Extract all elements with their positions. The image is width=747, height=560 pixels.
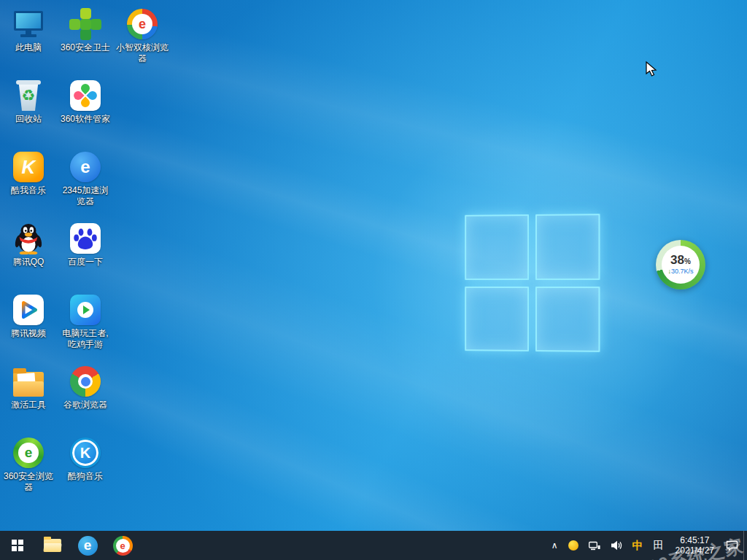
windows-logo-pane bbox=[535, 214, 600, 279]
tray-ime-keyboard[interactable]: 田 bbox=[649, 531, 669, 560]
tray-action-center[interactable] bbox=[721, 531, 743, 560]
blue-e-browser-icon: e bbox=[78, 536, 98, 556]
tray-ime-language[interactable]: 中 bbox=[627, 531, 649, 560]
tray-network[interactable] bbox=[584, 531, 605, 560]
icon-label: 2345加速浏览器 bbox=[58, 185, 113, 207]
icon-label: 回收站 bbox=[1, 114, 56, 125]
windows-logo-pane bbox=[535, 287, 600, 352]
icon-label: 此电脑 bbox=[1, 42, 56, 53]
desktop-icon-baidu[interactable]: 百度一下 bbox=[58, 220, 113, 268]
clock-date: 2021/4/27 bbox=[676, 545, 714, 556]
windows-start-icon bbox=[12, 540, 23, 551]
360-browser-taskbar-icon: e bbox=[113, 536, 133, 556]
icon-label: 360安全卫士 bbox=[58, 42, 113, 53]
icon-label: 360软件管家 bbox=[58, 114, 113, 125]
taskbar-blue-e-browser[interactable]: e bbox=[70, 531, 105, 560]
desktop-icon-kuwo-music[interactable]: K 酷我音乐 bbox=[1, 149, 56, 196]
desktop-icon-tencent-qq[interactable]: 腾讯QQ bbox=[1, 220, 56, 268]
desktop-icon-2345-browser[interactable]: e 2345加速浏览器 bbox=[58, 149, 113, 207]
360-software-manager-icon bbox=[70, 80, 101, 111]
this-pc-icon bbox=[14, 11, 43, 37]
icon-label: 激活工具 bbox=[1, 400, 56, 411]
desktop-icon-google-chrome[interactable]: 谷歌浏览器 bbox=[58, 363, 113, 411]
file-explorer-icon bbox=[44, 539, 61, 552]
network-icon bbox=[589, 541, 600, 551]
desktop[interactable]: 此电脑 360安全卫士 e 小智双核浏览器 ♻ 回收站 360软件管家 K 酷我… bbox=[0, 0, 747, 560]
action-center-icon bbox=[726, 540, 738, 551]
show-desktop-button[interactable] bbox=[743, 531, 747, 560]
icon-label: 谷歌浏览器 bbox=[58, 400, 113, 411]
windows-logo bbox=[465, 214, 600, 352]
desktop-icon-tencent-video[interactable]: 腾讯视频 bbox=[1, 292, 56, 339]
desktop-icon-recycle-bin[interactable]: ♻ 回收站 bbox=[1, 77, 56, 125]
icon-label: 360安全浏览器 bbox=[1, 471, 56, 493]
recycle-bin-icon: ♻ bbox=[16, 80, 41, 111]
icon-label: 腾讯QQ bbox=[1, 257, 56, 268]
taskbar: e e ∧ bbox=[0, 531, 747, 560]
desktop-icon-360-software-manager[interactable]: 360软件管家 bbox=[58, 77, 113, 125]
qq-penguin-icon bbox=[13, 222, 44, 254]
360-safety-icon bbox=[69, 8, 101, 40]
tray-clock[interactable]: 6:45:17 2021/4/27 bbox=[669, 531, 721, 560]
ime-language-indicator: 中 bbox=[632, 539, 643, 553]
taskbar-file-explorer[interactable] bbox=[35, 531, 70, 560]
xiaozhi-browser-icon: e bbox=[127, 9, 158, 39]
icon-label: 小智双核浏览器 bbox=[115, 42, 170, 64]
2345-browser-icon: e bbox=[70, 152, 101, 182]
desktop-icon-360-safety-guard[interactable]: 360安全卫士 bbox=[58, 6, 113, 53]
icon-label: 酷我音乐 bbox=[1, 185, 56, 196]
desktop-icon-activation-tool[interactable]: 激活工具 bbox=[1, 363, 56, 411]
mouse-cursor bbox=[645, 61, 659, 80]
icon-label: 酷狗音乐 bbox=[58, 471, 113, 482]
windows-logo-pane bbox=[465, 214, 528, 279]
desktop-icon-xiaozhi-browser[interactable]: e 小智双核浏览器 bbox=[115, 6, 170, 64]
icon-label: 百度一下 bbox=[58, 257, 113, 268]
network-speed-widget[interactable]: 38% ↓30.7K/s bbox=[656, 240, 705, 289]
360-browser-icon: e bbox=[13, 438, 44, 468]
kuwo-music-icon: K bbox=[13, 152, 44, 182]
memory-usage-percent: 38% bbox=[670, 254, 691, 268]
tray-360-icon[interactable] bbox=[563, 531, 584, 560]
folder-icon bbox=[13, 372, 44, 397]
windows-logo-pane bbox=[465, 286, 528, 351]
baidu-paw-icon bbox=[70, 223, 101, 254]
system-tray: ∧ 中 bbox=[546, 531, 747, 560]
desktop-icon-mobile-game-emulator[interactable]: 电脑玩王者,吃鸡手游 bbox=[58, 292, 113, 350]
chrome-icon bbox=[70, 366, 101, 397]
desktop-icon-kugou-music[interactable]: K 酷狗音乐 bbox=[58, 435, 113, 482]
game-emulator-icon bbox=[70, 295, 101, 325]
tencent-video-icon bbox=[13, 295, 44, 325]
taskbar-360-browser[interactable]: e bbox=[105, 531, 140, 560]
yellow-ball-icon bbox=[568, 540, 578, 551]
icon-label: 电脑玩王者,吃鸡手游 bbox=[58, 328, 113, 350]
tray-show-hidden-icons[interactable]: ∧ bbox=[546, 531, 563, 560]
icon-label: 腾讯视频 bbox=[1, 328, 56, 339]
clock-time: 6:45:17 bbox=[680, 535, 709, 545]
start-button[interactable] bbox=[0, 531, 35, 560]
desktop-icon-this-pc[interactable]: 此电脑 bbox=[1, 6, 56, 53]
download-speed: ↓30.7K/s bbox=[667, 268, 693, 276]
kugou-music-icon: K bbox=[70, 438, 101, 468]
speaker-icon bbox=[611, 540, 622, 551]
tray-volume[interactable] bbox=[605, 531, 627, 560]
desktop-icon-360-secure-browser[interactable]: e 360安全浏览器 bbox=[1, 435, 56, 493]
keyboard-grid-icon: 田 bbox=[654, 539, 664, 552]
chevron-up-icon: ∧ bbox=[551, 540, 558, 551]
